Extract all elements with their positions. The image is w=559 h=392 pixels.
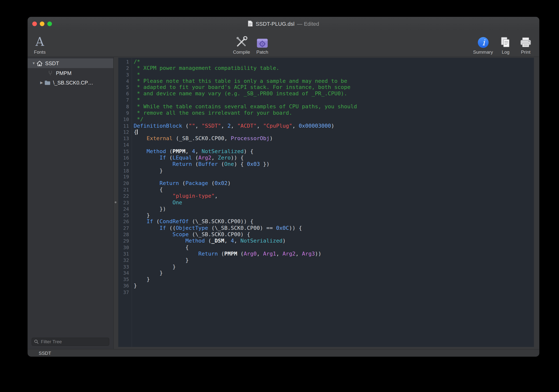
disclosure-open-icon[interactable]: ▼ bbox=[31, 61, 36, 65]
compile-button[interactable]: Compile bbox=[233, 36, 250, 55]
log-icon bbox=[500, 36, 511, 49]
titlebar[interactable]: SSDT-PLUG.dsl — Edited bbox=[28, 17, 539, 31]
line-number: 13 bbox=[118, 135, 129, 142]
code-line: 30 { bbox=[118, 245, 534, 251]
code-line: 3 * bbox=[118, 72, 534, 78]
line-number: 15 bbox=[118, 148, 129, 155]
line-number: 36 bbox=[118, 283, 129, 289]
status-bar: SSDT bbox=[28, 349, 539, 357]
window-edited-state: — Edited bbox=[297, 21, 319, 27]
line-number: 16 bbox=[118, 155, 129, 161]
method-icon bbox=[47, 70, 53, 76]
summary-button[interactable]: i Summary bbox=[472, 36, 494, 55]
code-line: 37 bbox=[118, 289, 534, 295]
line-number: 35 bbox=[118, 276, 129, 283]
traffic-lights bbox=[32, 17, 52, 31]
fonts-button[interactable]: A Fonts bbox=[31, 36, 48, 55]
line-number: 33 bbox=[118, 264, 129, 270]
print-label: Print bbox=[521, 49, 530, 55]
line-number: 7 bbox=[118, 97, 129, 104]
sidebar-item-label: PMPM bbox=[56, 70, 72, 76]
summary-icon: i bbox=[477, 36, 489, 49]
code-line: 17 Return (Buffer (One) { 0x03 }) bbox=[118, 161, 534, 168]
search-icon bbox=[34, 339, 39, 344]
minimize-button[interactable] bbox=[40, 21, 44, 26]
fonts-icon: A bbox=[36, 36, 44, 49]
code-line: 7 * bbox=[118, 97, 534, 104]
document-icon bbox=[248, 20, 253, 27]
fonts-label: Fonts bbox=[34, 49, 46, 55]
code-line: 24 }) bbox=[118, 206, 534, 212]
line-number: 28 bbox=[118, 232, 129, 238]
window-title-group: SSDT-PLUG.dsl — Edited bbox=[248, 20, 319, 27]
line-number: 2 bbox=[118, 65, 129, 72]
line-number: 22 bbox=[118, 193, 129, 200]
folder-icon bbox=[44, 79, 50, 86]
gutter-divider bbox=[132, 58, 132, 347]
content-area: ▼ SSDT bbox=[28, 57, 539, 349]
code-line: 2 * XCPM power management compatibility … bbox=[118, 65, 534, 72]
sidebar-tree: ▼ SSDT bbox=[28, 57, 114, 349]
code-line: 13 External (_SB_.SCK0.CP00, ProcessorOb… bbox=[118, 135, 534, 142]
code-line: 5 * adapted to fit your board's ACPI sta… bbox=[118, 84, 534, 91]
sidebar-item-pmpm[interactable]: PMPM bbox=[28, 68, 113, 78]
line-number: 29 bbox=[118, 238, 129, 244]
code-line: 33 } bbox=[118, 264, 534, 270]
line-number: 4 bbox=[118, 78, 129, 84]
compile-label: Compile bbox=[233, 49, 250, 55]
app-window: SSDT-PLUG.dsl — Edited A Fonts bbox=[28, 17, 539, 357]
patch-label: Patch bbox=[256, 49, 268, 55]
code-editor[interactable]: 1/*2 * XCPM power management compatibili… bbox=[118, 58, 534, 347]
line-number: 23 bbox=[118, 200, 129, 206]
code-line: 26 If (CondRefOf (\_SB.SCK0.CP00)) { bbox=[118, 219, 534, 225]
summary-label: Summary bbox=[473, 49, 493, 55]
line-number: 8 bbox=[118, 104, 129, 110]
code-line: 28 Scope (\_SB.SCK0.CP00) { bbox=[118, 232, 534, 238]
code-line: 16 If (LEqual (Arg2, Zero)) { bbox=[118, 155, 534, 161]
log-label: Log bbox=[502, 49, 510, 55]
code-line: 23 One bbox=[118, 200, 534, 206]
line-number: 26 bbox=[118, 219, 129, 225]
close-button[interactable] bbox=[32, 21, 37, 26]
line-number: 34 bbox=[118, 270, 129, 276]
window-title: SSDT-PLUG.dsl bbox=[256, 21, 295, 27]
line-number: 24 bbox=[118, 206, 129, 212]
line-number: 12 bbox=[118, 129, 129, 135]
filter-field[interactable] bbox=[32, 338, 109, 346]
line-number: 9 bbox=[118, 110, 129, 116]
log-button[interactable]: Log bbox=[497, 36, 514, 55]
line-number: 25 bbox=[118, 212, 129, 219]
code-line: 6 * and device name may vary (e.g. _SB_.… bbox=[118, 91, 534, 97]
sidebar-item-ssdt[interactable]: ▼ SSDT bbox=[28, 58, 113, 68]
code-line: 22 "plugin-type", bbox=[118, 193, 534, 200]
line-number: 5 bbox=[118, 84, 129, 91]
code-line: 35 } bbox=[118, 276, 534, 283]
sidebar-item-sb-sck0[interactable]: ▶ \_SB.SCK0.CP… bbox=[28, 78, 113, 87]
sidebar-item-label: \_SB.SCK0.CP… bbox=[53, 80, 93, 85]
text-caret bbox=[137, 130, 138, 135]
code-line: 34 } bbox=[118, 270, 534, 276]
code-line: 21 { bbox=[118, 187, 534, 193]
code-line: 4 * Please note that this table is only … bbox=[118, 78, 534, 84]
line-number: 11 bbox=[118, 123, 129, 129]
print-button[interactable]: Print bbox=[517, 36, 534, 55]
code-line: 9 * remove all the ones irrelevant for y… bbox=[118, 110, 534, 116]
filter-tree-input[interactable] bbox=[40, 339, 107, 345]
line-number: 20 bbox=[118, 180, 129, 187]
patch-button[interactable]: Patch bbox=[254, 36, 271, 55]
code-line: 27 If ((ObjectType (\_SB.SCK0.CP00) == 0… bbox=[118, 225, 534, 232]
line-number: 19 bbox=[118, 174, 129, 180]
line-number: 31 bbox=[118, 251, 129, 257]
splitter-handle[interactable] bbox=[115, 201, 116, 203]
line-number: 30 bbox=[118, 245, 129, 251]
line-number: 17 bbox=[118, 161, 129, 168]
zoom-button[interactable] bbox=[47, 21, 52, 26]
code-line: 14 bbox=[118, 142, 534, 148]
compile-icon bbox=[235, 36, 248, 49]
line-number: 1 bbox=[118, 59, 129, 65]
code-line: 20 Return (Package (0x02) bbox=[118, 180, 534, 187]
disclosure-closed-icon[interactable]: ▶ bbox=[39, 81, 44, 85]
line-number: 10 bbox=[118, 116, 129, 123]
print-icon bbox=[520, 36, 532, 49]
code-line: 19 bbox=[118, 174, 534, 180]
